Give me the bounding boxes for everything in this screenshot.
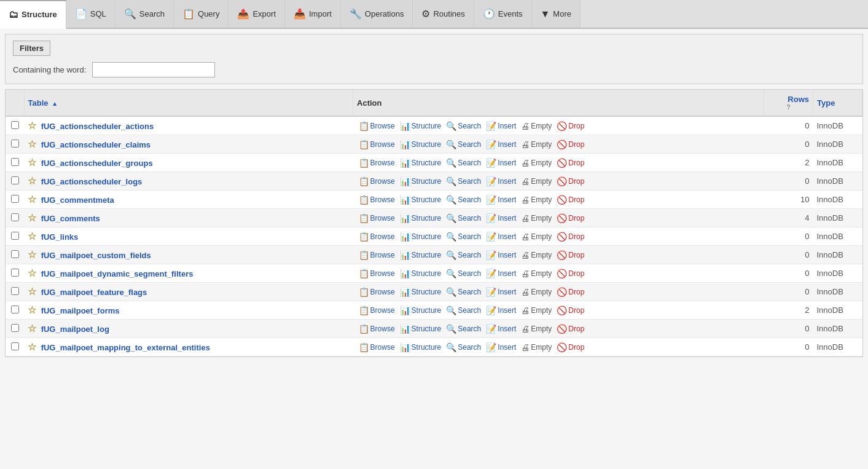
table-name-link[interactable]: fUG_mailpoet_dynamic_segment_filters [41, 269, 194, 278]
empty-btn[interactable]: 🖨 Empty [519, 213, 553, 224]
search-btn[interactable]: 🔍 Search [444, 213, 483, 224]
browse-btn[interactable]: 📋 Browse [357, 323, 397, 334]
tab-export[interactable]: 📤Export [229, 0, 285, 28]
browse-btn[interactable]: 📋 Browse [357, 286, 397, 298]
structure-btn[interactable]: 📊 Structure [398, 213, 444, 224]
insert-btn[interactable]: 📝 Insert [484, 231, 518, 242]
star-icon[interactable]: ☆ [28, 194, 36, 205]
row-checkbox[interactable] [11, 140, 19, 148]
drop-btn[interactable]: 🚫 Drop [555, 323, 586, 334]
table-name-link[interactable]: fUG_actionscheduler_logs [41, 177, 143, 186]
tab-events[interactable]: 🕐Events [474, 0, 532, 28]
tab-import[interactable]: 📥Import [285, 0, 341, 28]
tab-routines[interactable]: ⚙Routines [413, 0, 474, 28]
row-checkbox[interactable] [11, 324, 19, 332]
drop-btn[interactable]: 🚫 Drop [555, 250, 586, 261]
row-checkbox[interactable] [11, 121, 19, 129]
search-btn[interactable]: 🔍 Search [444, 120, 483, 132]
star-icon[interactable]: ☆ [28, 268, 36, 278]
structure-btn[interactable]: 📊 Structure [398, 323, 444, 334]
row-checkbox[interactable] [11, 287, 19, 295]
tab-structure[interactable]: 🗂Structure [0, 0, 66, 29]
table-name-link[interactable]: fUG_mailpoet_feature_flags [41, 288, 147, 297]
star-icon[interactable]: ☆ [28, 323, 36, 334]
structure-btn[interactable]: 📊 Structure [398, 231, 444, 242]
drop-btn[interactable]: 🚫 Drop [555, 194, 586, 205]
star-icon[interactable]: ☆ [28, 250, 36, 260]
empty-btn[interactable]: 🖨 Empty [519, 342, 553, 353]
search-btn[interactable]: 🔍 Search [444, 250, 483, 261]
table-name-link[interactable]: fUG_mailpoet_mapping_to_external_entitie… [41, 343, 210, 352]
insert-btn[interactable]: 📝 Insert [484, 268, 518, 279]
empty-btn[interactable]: 🖨 Empty [519, 250, 553, 261]
browse-btn[interactable]: 📋 Browse [357, 305, 397, 316]
insert-btn[interactable]: 📝 Insert [484, 176, 518, 187]
table-name-link[interactable]: fUG_comments [41, 214, 100, 223]
star-icon[interactable]: ☆ [28, 231, 36, 242]
structure-btn[interactable]: 📊 Structure [398, 286, 444, 298]
row-checkbox[interactable] [11, 269, 19, 277]
empty-btn[interactable]: 🖨 Empty [519, 323, 553, 334]
row-checkbox[interactable] [11, 213, 19, 221]
browse-btn[interactable]: 📋 Browse [357, 139, 397, 150]
insert-btn[interactable]: 📝 Insert [484, 342, 518, 353]
drop-btn[interactable]: 🚫 Drop [555, 305, 586, 316]
row-checkbox[interactable] [11, 305, 19, 313]
table-name-link[interactable]: fUG_links [41, 232, 79, 242]
search-btn[interactable]: 🔍 Search [444, 342, 483, 353]
empty-btn[interactable]: 🖨 Empty [519, 231, 553, 242]
structure-btn[interactable]: 📊 Structure [398, 157, 444, 168]
empty-btn[interactable]: 🖨 Empty [519, 120, 553, 132]
structure-btn[interactable]: 📊 Structure [398, 268, 444, 279]
table-name-link[interactable]: fUG_mailpoet_custom_fields [41, 251, 151, 260]
drop-btn[interactable]: 🚫 Drop [555, 286, 586, 298]
structure-btn[interactable]: 📊 Structure [398, 250, 444, 261]
insert-btn[interactable]: 📝 Insert [484, 194, 518, 205]
star-icon[interactable]: ☆ [28, 342, 36, 352]
insert-btn[interactable]: 📝 Insert [484, 323, 518, 334]
search-btn[interactable]: 🔍 Search [444, 231, 483, 242]
tab-operations[interactable]: 🔧Operations [341, 0, 413, 28]
insert-btn[interactable]: 📝 Insert [484, 157, 518, 168]
star-icon[interactable]: ☆ [28, 305, 36, 315]
empty-btn[interactable]: 🖨 Empty [519, 176, 553, 187]
row-checkbox[interactable] [11, 232, 19, 240]
structure-btn[interactable]: 📊 Structure [398, 305, 444, 316]
table-name-link[interactable]: fUG_actionscheduler_claims [41, 140, 151, 149]
empty-btn[interactable]: 🖨 Empty [519, 305, 553, 316]
filters-containing-input[interactable] [92, 62, 215, 77]
search-btn[interactable]: 🔍 Search [444, 176, 483, 187]
drop-btn[interactable]: 🚫 Drop [555, 157, 586, 168]
tab-sql[interactable]: 📄SQL [66, 0, 115, 28]
drop-btn[interactable]: 🚫 Drop [555, 342, 586, 353]
table-name-link[interactable]: fUG_mailpoet_log [41, 325, 109, 334]
browse-btn[interactable]: 📋 Browse [357, 231, 397, 242]
row-checkbox[interactable] [11, 195, 19, 203]
insert-btn[interactable]: 📝 Insert [484, 120, 518, 132]
star-icon[interactable]: ☆ [28, 213, 36, 223]
table-name-link[interactable]: fUG_actionscheduler_actions [41, 122, 154, 131]
drop-btn[interactable]: 🚫 Drop [555, 268, 586, 279]
search-btn[interactable]: 🔍 Search [444, 194, 483, 205]
structure-btn[interactable]: 📊 Structure [398, 139, 444, 150]
row-checkbox[interactable] [11, 158, 19, 166]
star-icon[interactable]: ☆ [28, 286, 36, 297]
search-btn[interactable]: 🔍 Search [444, 268, 483, 279]
drop-btn[interactable]: 🚫 Drop [555, 176, 586, 187]
search-btn[interactable]: 🔍 Search [444, 157, 483, 168]
drop-btn[interactable]: 🚫 Drop [555, 120, 586, 132]
row-checkbox[interactable] [11, 342, 19, 350]
empty-btn[interactable]: 🖨 Empty [519, 194, 553, 205]
star-icon[interactable]: ☆ [28, 157, 36, 168]
tab-query[interactable]: 📋Query [174, 0, 229, 28]
empty-btn[interactable]: 🖨 Empty [519, 268, 553, 279]
header-table[interactable]: Table ▲ [24, 90, 353, 116]
browse-btn[interactable]: 📋 Browse [357, 194, 397, 205]
search-btn[interactable]: 🔍 Search [444, 305, 483, 316]
structure-btn[interactable]: 📊 Structure [398, 194, 444, 205]
search-btn[interactable]: 🔍 Search [444, 286, 483, 298]
browse-btn[interactable]: 📋 Browse [357, 250, 397, 261]
structure-btn[interactable]: 📊 Structure [398, 120, 444, 132]
row-checkbox[interactable] [11, 176, 19, 184]
drop-btn[interactable]: 🚫 Drop [555, 139, 586, 150]
